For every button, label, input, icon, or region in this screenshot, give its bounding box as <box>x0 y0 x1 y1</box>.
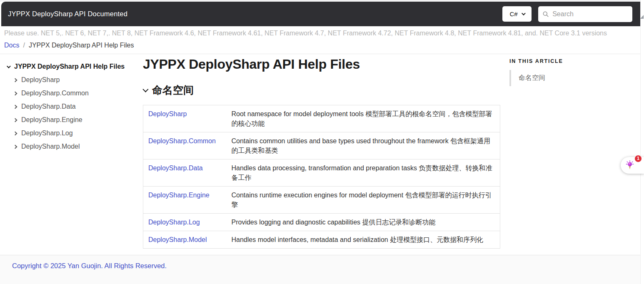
namespace-description: Handles data processing, transformation … <box>227 159 500 187</box>
table-row: DeploySharp Root namespace for model dep… <box>143 105 500 132</box>
chevron-right-icon[interactable] <box>13 118 17 122</box>
sidebar-toc: JYPPX DeploySharp API Help Files DeployS… <box>0 54 143 153</box>
namespace-link-deploysharp-data[interactable]: DeploySharp.Data <box>148 164 203 172</box>
table-row: DeploySharp.Engine Contains runtime exec… <box>143 187 500 214</box>
in-this-article-heading: IN THIS ARTICLE <box>509 58 644 64</box>
namespace-description: Contains runtime execution engines for m… <box>227 187 500 214</box>
footer: Copyright © 2025 Yan Guojin. All Rights … <box>0 255 644 284</box>
breadcrumb-current: JYPPX DeploySharp API Help Files <box>29 41 134 50</box>
namespace-link-deploysharp-model[interactable]: DeploySharp.Model <box>148 236 207 243</box>
sidebar-item-deploysharp-data[interactable]: DeploySharp.Data <box>14 100 143 113</box>
navbar: JYPPX DeploySharp API Documented C# <box>1 2 640 26</box>
namespace-link-deploysharp[interactable]: DeploySharp <box>148 110 187 117</box>
search-icon <box>543 11 549 17</box>
section-heading-label: 命名空间 <box>152 83 194 97</box>
namespaces-table: DeploySharp Root namespace for model dep… <box>143 105 500 249</box>
sidebar-item-label: DeploySharp.Model <box>21 143 80 150</box>
table-row: DeploySharp.Model Handles model interfac… <box>143 231 500 249</box>
search-box[interactable] <box>538 6 632 22</box>
breadcrumb: Docs / JYPPX DeploySharp API Help Files <box>4 41 636 54</box>
namespace-description: Handles model interfaces, metadata and s… <box>227 231 500 249</box>
sidebar-item-deploysharp-common[interactable]: DeploySharp.Common <box>14 87 143 100</box>
section-heading-namespaces[interactable]: 命名空间 <box>143 83 500 97</box>
chevron-down-icon <box>522 11 526 15</box>
sidebar-item-label: DeploySharp <box>21 76 60 84</box>
site-title[interactable]: JYPPX DeploySharp API Documented <box>8 10 127 18</box>
namespace-description: Provides logging and diagnostic capabili… <box>227 214 500 231</box>
copyright-text: Copyright © 2025 Yan Guojin. All Rights … <box>12 262 167 269</box>
table-row: DeploySharp.Common Contains common utili… <box>143 132 500 159</box>
chevron-right-icon[interactable] <box>13 144 17 149</box>
sparkle-bulb-icon <box>625 160 634 170</box>
breadcrumb-docs-link[interactable]: Docs <box>4 41 19 50</box>
notification-badge: 1 <box>634 155 642 162</box>
navbar-right: C# <box>502 6 632 22</box>
namespace-link-deploysharp-log[interactable]: DeploySharp.Log <box>148 219 200 226</box>
content-area: JYPPX DeploySharp API Help Files DeployS… <box>0 54 644 249</box>
sidebar-item-deploysharp-log[interactable]: DeploySharp.Log <box>14 127 143 140</box>
table-row: DeploySharp.Log Provides logging and dia… <box>143 214 500 231</box>
sidebar-item-label: JYPPX DeploySharp API Help Files <box>14 63 125 70</box>
chevron-right-icon[interactable] <box>13 105 17 109</box>
language-selector-value: C# <box>509 10 517 17</box>
namespace-description: Contains common utilities and base types… <box>227 132 500 159</box>
gutter-arrow-icon <box>640 15 644 19</box>
scrollbar-gutter[interactable] <box>640 0 644 284</box>
chevron-right-icon[interactable] <box>13 78 17 82</box>
sidebar-item-jyppx-deploysharp-api-help-files[interactable]: JYPPX DeploySharp API Help Files <box>7 60 143 73</box>
sidebar-item-deploysharp-engine[interactable]: DeploySharp.Engine <box>14 113 143 127</box>
chevron-down-icon[interactable] <box>142 87 148 92</box>
sidebar-item-label: DeploySharp.Log <box>21 130 73 137</box>
framework-notice: Please use. NET 5,. NET 6, NET 7,. NET 8… <box>4 29 636 38</box>
sidebar-item-label: DeploySharp.Engine <box>21 116 82 124</box>
chevron-right-icon[interactable] <box>13 91 17 95</box>
sidebar-item-label: DeploySharp.Data <box>21 103 76 110</box>
sidebar-item-deploysharp[interactable]: DeploySharp <box>14 73 143 87</box>
table-row: DeploySharp.Data Handles data processing… <box>143 159 500 187</box>
search-input[interactable] <box>552 10 628 18</box>
chevron-down-icon[interactable] <box>7 64 11 68</box>
language-selector[interactable]: C# <box>502 6 532 22</box>
chevron-right-icon[interactable] <box>13 131 17 135</box>
in-this-article: IN THIS ARTICLE 命名空间 <box>500 54 644 86</box>
extension-widget-button[interactable]: 1 <box>621 157 644 174</box>
namespace-link-deploysharp-engine[interactable]: DeploySharp.Engine <box>148 192 210 199</box>
page: JYPPX DeploySharp API Documented C# Plea… <box>0 0 644 284</box>
namespace-link-deploysharp-common[interactable]: DeploySharp.Common <box>148 137 216 144</box>
page-title: JYPPX DeploySharp API Help Files <box>143 56 500 72</box>
namespace-description: Root namespace for model deployment tool… <box>227 105 500 132</box>
breadcrumb-separator: / <box>23 41 25 50</box>
article: JYPPX DeploySharp API Help Files 命名空间 De… <box>143 54 500 249</box>
sidebar-item-deploysharp-model[interactable]: DeploySharp.Model <box>14 140 143 153</box>
subheader: Please use. NET 5,. NET 6, NET 7,. NET 8… <box>0 26 640 54</box>
in-this-article-item-namespaces[interactable]: 命名空间 <box>509 70 644 86</box>
sidebar-item-label: DeploySharp.Common <box>21 90 89 97</box>
